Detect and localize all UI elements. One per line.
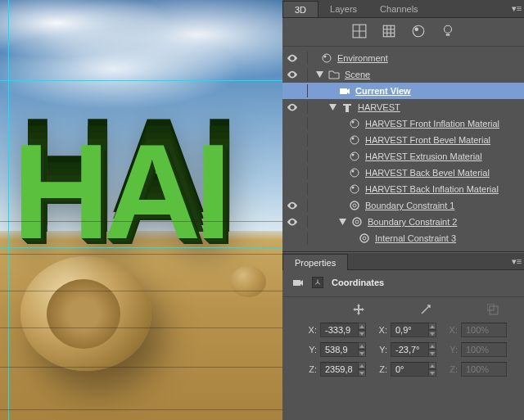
tab-3d[interactable]: 3D [282,1,318,17]
filter-materials-icon[interactable] [411,25,426,38]
folder-icon [328,69,340,80]
material-icon [349,151,360,162]
rotate-icon [420,304,431,315]
svg-rect-24 [293,280,300,286]
svg-point-21 [355,220,359,224]
stepper-down[interactable] [358,330,366,337]
guide-vertical[interactable] [8,0,9,420]
tree-label: HARVEST Back Bevel Material [365,168,490,178]
coordinates-grid: X: -333,9 X: 0,9° X: 100% Y: 538,9 Y: -2… [282,318,524,391]
tab-properties[interactable]: Properties [282,254,348,270]
visibility-toggle[interactable] [286,215,299,228]
tree-item-harvest[interactable]: HARVEST [282,99,524,115]
rotation-z-field[interactable]: 0° [391,362,436,377]
guide-horizontal[interactable] [0,247,282,248]
tree-label: Scene [345,70,370,79]
svg-point-23 [363,237,366,240]
scale-icon [487,304,499,315]
stepper-down[interactable] [428,330,436,337]
stepper-up[interactable] [358,342,366,350]
axis-label-z: Z: [369,364,387,374]
tree-label: HARVEST [358,102,400,112]
filter-meshes-icon[interactable] [382,25,396,38]
tree-item-current-view[interactable]: Current View [282,83,524,99]
material-icon [349,118,360,129]
visibility-toggle[interactable] [286,199,299,212]
tree-item-material[interactable]: HARVEST Back Bevel Material [282,165,524,181]
svg-point-9 [352,121,355,124]
panel-tabs: Properties ▾≡ [282,252,524,270]
stepper-up[interactable] [428,362,436,369]
tab-layers[interactable]: Layers [318,1,368,16]
tree-label: Internal Constraint 3 [375,233,456,243]
stepper-up[interactable] [428,323,436,330]
visibility-toggle[interactable] [286,101,299,114]
camera-icon [292,277,304,288]
svg-point-6 [324,56,327,58]
panel-menu-icon[interactable]: ▾≡ [509,3,524,14]
svg-point-3 [414,28,418,32]
tree-item-environment[interactable]: Environment [282,50,524,66]
svg-point-22 [360,234,368,242]
tree-label: HARVEST Extrusion Material [365,151,482,161]
visibility-toggle[interactable] [286,52,299,65]
rotation-y-field[interactable]: -23,7° [391,342,436,357]
tab-channels[interactable]: Channels [368,1,429,16]
3d-text-object[interactable]: HAI [12,115,225,269]
visibility-toggle[interactable] [286,68,299,81]
stepper-down[interactable] [358,369,366,377]
stepper-up[interactable] [358,323,366,330]
stepper-up[interactable] [358,362,366,369]
tree-item-material[interactable]: HARVEST Extrusion Material [282,148,524,165]
tree-label: HARVEST Back Inflation Material [365,184,499,194]
stepper-down[interactable] [358,350,366,357]
grid-line [0,409,282,410]
tree-item-material[interactable]: HARVEST Back Inflation Material [282,181,524,197]
3d-scene-tree: Environment Scene Current View HARVEST H… [282,47,524,252]
stepper-down[interactable] [428,350,436,357]
tree-item-material[interactable]: HARVEST Front Inflation Material [282,115,524,132]
rotation-x-field[interactable]: 0,9° [391,323,436,337]
guide-horizontal[interactable] [0,80,282,81]
svg-point-10 [350,136,359,144]
axis-label-z: Z: [440,364,458,374]
position-x-field[interactable]: -333,9 [320,323,366,337]
svg-point-8 [350,120,359,128]
3d-filter-toolbar [282,18,524,47]
svg-rect-1 [383,25,395,37]
coord-column-icons [282,297,524,318]
svg-point-19 [353,204,356,207]
svg-point-4 [444,25,451,33]
tree-label: Boundary Constraint 1 [365,201,454,210]
stepper-down[interactable] [428,369,436,377]
disclosure-triangle[interactable] [339,219,346,226]
document-canvas[interactable]: HAI [0,0,282,420]
coordinates-icon[interactable] [312,277,323,288]
grid-line [0,254,282,255]
tree-item-scene[interactable]: Scene [282,66,524,83]
svg-point-14 [350,169,359,177]
grid-line [0,367,282,368]
material-icon [349,167,360,178]
tree-item-constraint[interactable]: Boundary Constraint 2 [282,214,524,230]
filter-lights-icon[interactable] [440,25,455,38]
filter-scene-icon[interactable] [352,25,367,38]
stepper-up[interactable] [428,342,436,350]
tree-item-constraint[interactable]: Internal Constraint 3 [282,230,524,246]
svg-point-18 [350,201,359,210]
position-y-field[interactable]: 538,9 [320,342,366,357]
position-z-field[interactable]: 2359,8 [320,362,366,377]
panel-menu-icon[interactable]: ▾≡ [509,256,524,267]
environment-icon [321,52,332,64]
svg-point-12 [350,152,359,160]
svg-point-11 [352,138,355,140]
svg-point-5 [323,54,331,62]
disclosure-triangle[interactable] [329,104,337,111]
tree-label: HARVEST Front Bevel Material [365,135,490,145]
hay-bale-small [230,266,266,297]
tree-item-material[interactable]: HARVEST Front Bevel Material [282,132,524,148]
grid-line [0,327,282,328]
tree-item-constraint[interactable]: Boundary Constraint 1 [282,197,524,214]
visibility-toggle[interactable] [286,84,299,97]
disclosure-triangle[interactable] [316,71,323,79]
